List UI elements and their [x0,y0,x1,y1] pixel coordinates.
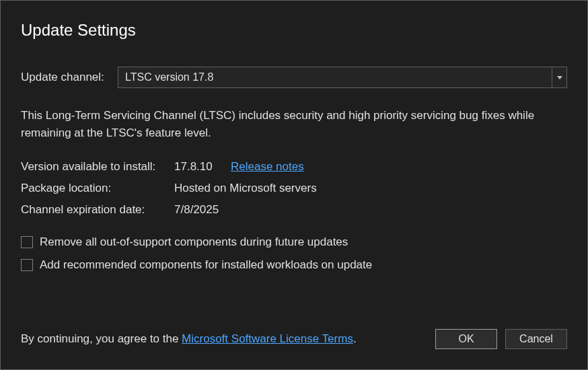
remove-components-checkbox[interactable] [21,236,33,248]
agree-prefix: By continuing, you agree to the [21,332,182,345]
channel-select-value: LTSC version 17.8 [118,67,552,87]
package-location-value: Hosted on Microsoft servers [174,182,317,195]
package-location-row: Package location: Hosted on Microsoft se… [21,182,567,195]
footer-buttons: OK Cancel [435,329,567,349]
channel-label: Update channel: [21,71,118,84]
expiration-row: Channel expiration date: 7/8/2025 [21,203,567,217]
page-title: Update Settings [21,21,567,40]
release-notes-link[interactable]: Release notes [231,160,304,174]
version-available-label: Version available to install: [21,160,174,174]
channel-description: This Long-Term Servicing Channel (LTSC) … [21,107,567,141]
expiration-label: Channel expiration date: [21,203,174,217]
footer-row: By continuing, you agree to the Microsof… [21,329,567,349]
license-terms-link[interactable]: Microsoft Software License Terms [182,332,353,345]
version-available-value: 17.8.10 [174,160,231,174]
channel-select[interactable]: LTSC version 17.8 [118,67,567,88]
add-recommended-row: Add recommended components for installed… [21,258,567,272]
add-recommended-label: Add recommended components for installed… [40,258,372,272]
agree-text: By continuing, you agree to the Microsof… [21,332,357,346]
chevron-down-icon[interactable] [552,67,566,87]
remove-components-row: Remove all out-of-support components dur… [21,235,567,249]
add-recommended-checkbox[interactable] [21,259,33,271]
package-location-label: Package location: [21,182,174,195]
expiration-value: 7/8/2025 [174,203,219,217]
update-settings-dialog: Update Settings Update channel: LTSC ver… [0,0,588,370]
cancel-button[interactable]: Cancel [505,329,567,349]
version-available-row: Version available to install: 17.8.10 Re… [21,160,567,174]
ok-button[interactable]: OK [435,329,497,349]
info-grid: Version available to install: 17.8.10 Re… [21,160,567,217]
remove-components-label: Remove all out-of-support components dur… [40,235,348,249]
agree-suffix: . [353,332,357,345]
channel-row: Update channel: LTSC version 17.8 [21,67,567,88]
